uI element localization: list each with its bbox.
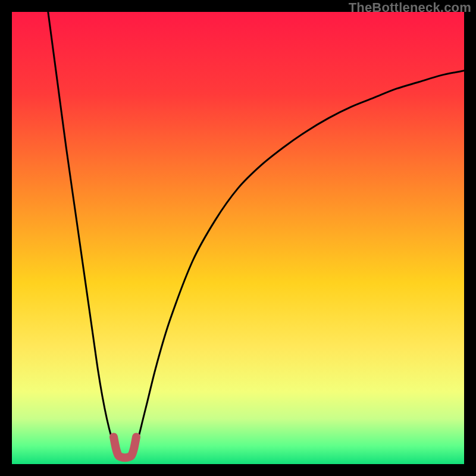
- chart-svg: [12, 12, 464, 464]
- chart-plot-area: [12, 12, 464, 464]
- watermark-text: TheBottleneck.com: [349, 0, 471, 15]
